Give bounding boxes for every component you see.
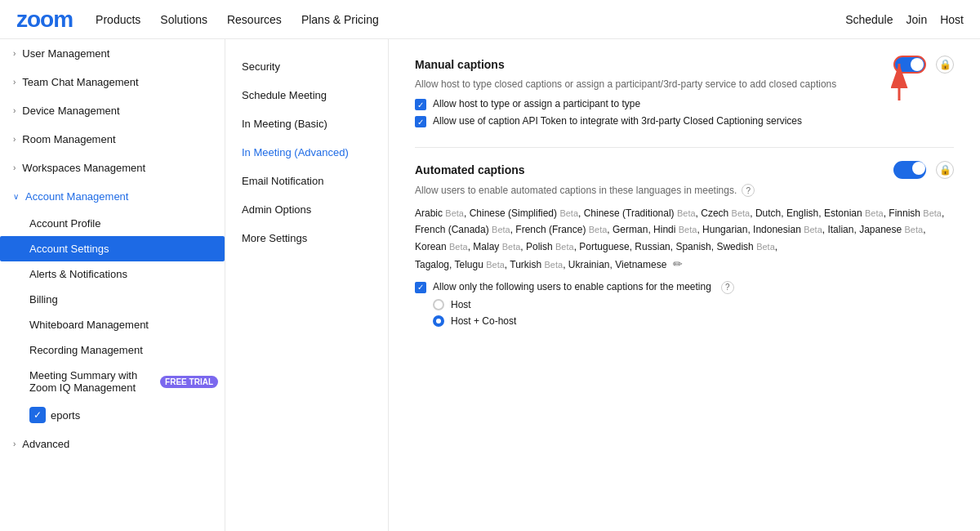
language-list: Arabic Beta, Chinese (Simplified) Beta, … <box>415 205 954 274</box>
middle-item-admin[interactable]: Admin Options <box>225 195 388 224</box>
nav-plans[interactable]: Plans & Pricing <box>301 13 379 26</box>
malay-beta: Beta <box>502 242 521 252</box>
chevron-right-icon: › <box>13 163 16 172</box>
nav-host[interactable]: Host <box>940 13 964 26</box>
caption-access-checkbox-row: ✓ Allow only the following users to enab… <box>415 281 954 294</box>
automated-captions-header: Automated captions 🔒 <box>415 161 954 179</box>
middle-item-email[interactable]: Email Notification <box>225 167 388 195</box>
manual-captions-toggle[interactable] <box>893 56 926 74</box>
manual-captions-checkbox-1-label: Allow host to type or assign a participa… <box>433 98 640 109</box>
sidebar-item-advanced[interactable]: › Advanced <box>0 430 225 458</box>
edit-languages-icon[interactable]: ✏ <box>673 257 683 270</box>
korean-beta: Beta <box>449 242 468 252</box>
sidebar-item-workspaces[interactable]: › Workspaces Management <box>0 154 225 182</box>
caption-access-help-icon[interactable]: ? <box>721 281 734 294</box>
reports-label: eports <box>51 409 80 422</box>
help-icon[interactable]: ? <box>742 184 755 197</box>
sidebar-item-label: Account Management <box>25 190 128 203</box>
automated-captions-title: Automated captions <box>415 163 884 176</box>
sidebar-item-label: Room Management <box>22 133 115 145</box>
sidebar-subitem-label: Meeting Summary with Zoom IQ Management <box>29 369 155 394</box>
czech-beta: Beta <box>732 208 751 218</box>
manual-captions-section: Manual captions 🔒 Allow host to type clo… <box>415 56 954 127</box>
turkish-beta: Beta <box>545 260 564 270</box>
sidebar-item-device[interactable]: › Device Management <box>0 96 225 125</box>
sidebar-item-team-chat[interactable]: › Team Chat Management <box>0 68 225 96</box>
free-trial-badge: FREE TRIAL <box>160 376 218 388</box>
caption-access-label: Allow only the following users to enable… <box>433 281 711 292</box>
radio-cohost-row: Host + Co-host <box>433 315 954 327</box>
manual-captions-checkbox-2[interactable]: ✓ <box>415 116 426 127</box>
sidebar-item-label: Team Chat Management <box>22 76 138 88</box>
sidebar-subitem-meeting-summary[interactable]: Meeting Summary with Zoom IQ Management … <box>0 363 225 400</box>
sidebar-item-label: Advanced <box>22 438 69 450</box>
sidebar-subitem-reports[interactable]: ✓ eports <box>0 400 225 430</box>
shield-icon: ✓ <box>29 407 46 423</box>
sidebar-item-label: User Management <box>22 47 109 60</box>
main-content: Manual captions 🔒 Allow host to type clo… <box>389 39 980 531</box>
arabic-beta: Beta <box>445 208 464 218</box>
sidebar-subitem-alerts[interactable]: Alerts & Notifications <box>0 261 225 287</box>
automated-captions-desc: Allow users to enable automated captions… <box>415 185 737 196</box>
nav-products[interactable]: Products <box>96 13 140 26</box>
middle-item-advanced[interactable]: In Meeting (Advanced) <box>225 138 388 167</box>
sidebar-item-user-management[interactable]: › User Management <box>0 39 225 68</box>
logo: zoom <box>16 7 73 33</box>
nav-actions: Schedule Join Host <box>845 13 964 26</box>
nav-schedule[interactable]: Schedule <box>845 13 893 26</box>
chevron-right-icon: › <box>13 106 16 115</box>
automated-captions-lock-icon[interactable]: 🔒 <box>936 161 954 179</box>
indonesian-beta: Beta <box>804 225 822 234</box>
sidebar-subitem-account-profile[interactable]: Account Profile <box>0 211 225 236</box>
nav-resources[interactable]: Resources <box>227 13 282 26</box>
sidebar-subitem-billing[interactable]: Billing <box>0 287 225 312</box>
manual-captions-checkbox-1[interactable]: ✓ <box>415 99 426 110</box>
finnish-beta: Beta <box>923 208 942 218</box>
sidebar-item-account[interactable]: ∨ Account Management <box>0 182 225 211</box>
radio-cohost[interactable] <box>433 315 444 327</box>
automated-captions-desc-row: Allow users to enable automated captions… <box>415 184 954 197</box>
chevron-right-icon: › <box>13 135 16 144</box>
manual-captions-checkbox-2-label: Allow use of caption API Token to integr… <box>433 115 802 127</box>
nav-join[interactable]: Join <box>906 13 928 26</box>
chinese-traditional-beta: Beta <box>677 208 696 218</box>
sidebar: › User Management › Team Chat Management… <box>0 39 225 531</box>
middle-item-security[interactable]: Security <box>225 52 388 81</box>
radio-host-label: Host <box>451 299 471 310</box>
middle-item-basic[interactable]: In Meeting (Basic) <box>225 109 388 138</box>
french-france-beta: Beta <box>589 225 608 234</box>
manual-captions-checkbox-2-row: ✓ Allow use of caption API Token to inte… <box>415 115 954 127</box>
main-layout: › User Management › Team Chat Management… <box>0 39 980 531</box>
chevron-right-icon: › <box>13 440 16 448</box>
chevron-right-icon: › <box>13 49 16 58</box>
sidebar-subitem-account-settings[interactable]: Account Settings <box>0 236 225 261</box>
manual-captions-desc: Allow host to type closed captions or as… <box>415 78 954 90</box>
manual-captions-title: Manual captions <box>415 58 884 71</box>
manual-captions-checkbox-1-row: ✓ Allow host to type or assign a partici… <box>415 98 954 110</box>
japanese-beta: Beta <box>905 225 924 234</box>
automated-captions-toggle[interactable] <box>893 161 926 179</box>
radio-host[interactable] <box>433 299 444 310</box>
estonian-beta: Beta <box>865 208 884 218</box>
nav-links: Products Solutions Resources Plans & Pri… <box>96 13 822 26</box>
radio-host-row: Host <box>433 299 954 310</box>
caption-access-checkbox[interactable]: ✓ <box>415 282 426 293</box>
sidebar-subitem-recording[interactable]: Recording Management <box>0 337 225 363</box>
middle-nav: Security Schedule Meeting In Meeting (Ba… <box>225 39 389 531</box>
middle-item-schedule[interactable]: Schedule Meeting <box>225 81 388 109</box>
sidebar-item-room[interactable]: › Room Management <box>0 125 225 154</box>
sidebar-item-label: Device Management <box>22 105 119 117</box>
hindi-beta: Beta <box>679 225 697 234</box>
manual-captions-lock-icon[interactable]: 🔒 <box>936 56 954 74</box>
chevron-down-icon: ∨ <box>13 192 19 201</box>
sidebar-subitem-whiteboard[interactable]: Whiteboard Management <box>0 312 225 337</box>
automated-captions-section: Automated captions 🔒 Allow users to enab… <box>415 161 954 327</box>
telugu-beta: Beta <box>486 260 505 270</box>
manual-captions-header: Manual captions 🔒 <box>415 56 954 74</box>
radio-cohost-label: Host + Co-host <box>451 315 516 327</box>
chevron-right-icon: › <box>13 78 16 87</box>
nav-solutions[interactable]: Solutions <box>160 13 207 26</box>
middle-item-more[interactable]: More Settings <box>225 224 388 252</box>
section-divider <box>415 147 954 148</box>
top-navbar: zoom Products Solutions Resources Plans … <box>0 0 980 39</box>
